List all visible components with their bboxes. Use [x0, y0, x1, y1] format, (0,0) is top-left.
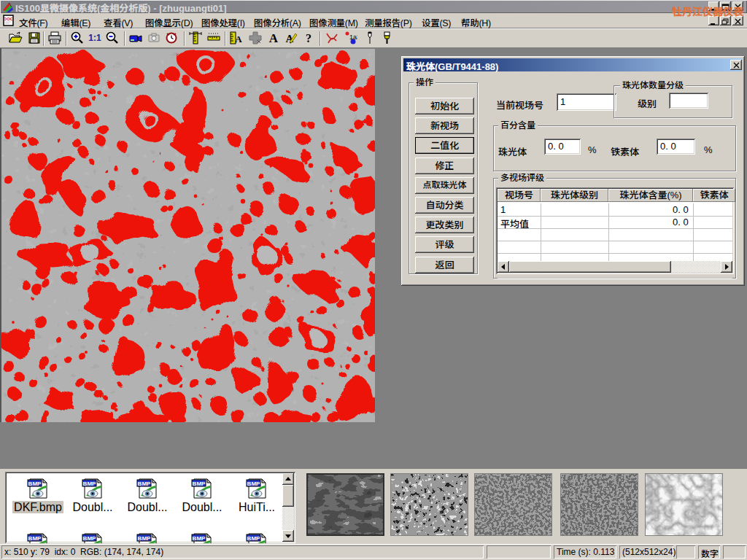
svg-text:BMP: BMP [193, 535, 206, 542]
svg-text:1:1: 1:1 [88, 33, 101, 43]
svg-text:BMP: BMP [83, 481, 96, 487]
svg-text:BMP: BMP [138, 535, 151, 542]
svg-text:A: A [269, 31, 279, 45]
svg-text:BMP: BMP [83, 535, 96, 542]
svg-text:BMP: BMP [28, 481, 42, 487]
svg-text:BMP: BMP [193, 481, 206, 487]
svg-text:?: ? [306, 32, 311, 44]
svg-text:1a3: 1a3 [349, 34, 357, 41]
svg-text:DOC: DOC [4, 17, 14, 21]
svg-text:A: A [235, 34, 242, 44]
svg-text:BMP: BMP [138, 481, 151, 487]
svg-text:BMP: BMP [28, 535, 42, 542]
svg-text:BMP: BMP [247, 535, 260, 542]
svg-text:BMP: BMP [247, 481, 260, 487]
